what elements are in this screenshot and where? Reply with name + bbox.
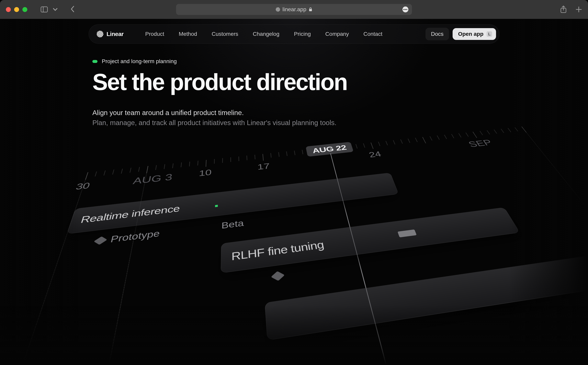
site-header: Linear Product Method Customers Changelo… xyxy=(89,24,499,44)
month-label-sep: SEP xyxy=(466,138,494,149)
gridline xyxy=(521,127,588,347)
day-label: 17 xyxy=(257,161,270,171)
nav-changelog[interactable]: Changelog xyxy=(253,31,279,37)
timeline-ruler: 30 AUG 3 10 17 24 SEP xyxy=(21,126,532,180)
bar-label: Realtime inference xyxy=(79,203,180,225)
url-host: linear.app xyxy=(282,6,306,13)
milestone-prototype: Prototype xyxy=(95,228,161,246)
reader-ellipsis-icon[interactable]: ••• xyxy=(403,7,408,12)
keyboard-shortcut-badge: L xyxy=(487,31,492,37)
day-label: 30 xyxy=(75,181,91,191)
browser-chrome: linear.app ••• xyxy=(0,0,588,19)
fullscreen-window-icon[interactable] xyxy=(22,7,27,12)
nav-pricing[interactable]: Pricing xyxy=(294,31,311,37)
open-app-label: Open app xyxy=(458,31,484,37)
hero-rest: Plan, manage, and track all product init… xyxy=(92,119,336,126)
milestone-marker-green xyxy=(215,199,218,209)
eyebrow-text: Project and long-term planning xyxy=(102,58,177,64)
milestone-marker xyxy=(273,272,283,281)
timeline-plane: 30 AUG 3 10 17 24 SEP AUG 22 Realtime in… xyxy=(0,126,588,365)
share-icon[interactable] xyxy=(560,6,567,13)
window-controls xyxy=(6,7,27,12)
docs-button[interactable]: Docs xyxy=(425,28,449,40)
url-bar[interactable]: linear.app ••• xyxy=(176,4,412,15)
nav-contact[interactable]: Contact xyxy=(363,31,383,37)
timeline-illustration: 30 AUG 3 10 17 24 SEP AUG 22 Realtime in… xyxy=(39,151,549,365)
now-date-pill: AUG 22 xyxy=(306,142,354,157)
page-title: Set the product direction xyxy=(92,70,348,94)
day-label: 24 xyxy=(368,150,383,159)
back-button[interactable] xyxy=(70,6,75,13)
site-identity-icon xyxy=(276,7,280,12)
open-app-button[interactable]: Open app L xyxy=(453,28,496,40)
nav-company[interactable]: Company xyxy=(325,31,349,37)
day-label: 10 xyxy=(198,168,212,178)
nav-product[interactable]: Product xyxy=(145,31,164,37)
bar-label: RLHF fine tuning xyxy=(231,238,325,263)
eyebrow-pill-icon xyxy=(92,60,97,63)
hero-description: Align your team around a unified product… xyxy=(92,108,348,128)
new-tab-icon[interactable] xyxy=(575,6,582,13)
header-actions: Docs Open app L xyxy=(425,28,496,40)
hero-lead: Align your team around a unified product… xyxy=(92,109,244,116)
svg-rect-0 xyxy=(41,7,48,12)
milestone-beta: Beta xyxy=(221,218,244,231)
timeline-bar-empty xyxy=(265,255,588,340)
month-label-aug: AUG 3 xyxy=(132,172,173,186)
milestone-label: Beta xyxy=(221,218,244,231)
main-nav: Product Method Customers Changelog Prici… xyxy=(145,31,383,37)
gridline xyxy=(0,172,88,365)
sidebar-icon xyxy=(41,7,48,12)
brand[interactable]: Linear xyxy=(97,31,124,37)
diamond-icon xyxy=(94,236,107,245)
eyebrow: Project and long-term planning xyxy=(92,58,348,64)
sidebar-toggle[interactable] xyxy=(41,7,59,12)
chevron-down-icon xyxy=(52,7,59,12)
diamond-icon xyxy=(271,271,285,281)
gridline xyxy=(91,166,148,365)
page: Linear Product Method Customers Changelo… xyxy=(0,19,588,365)
timeline-bar-rlhf-fine-tuning: RLHF fine tuning xyxy=(221,207,520,273)
hero: Project and long-term planning Set the p… xyxy=(92,58,348,128)
nav-customers[interactable]: Customers xyxy=(212,31,238,37)
chevron-left-icon xyxy=(70,6,75,13)
lock-icon xyxy=(309,7,312,12)
linear-logo-icon xyxy=(97,31,103,37)
minimize-window-icon[interactable] xyxy=(14,7,19,12)
browser-actions xyxy=(560,6,582,13)
svg-rect-2 xyxy=(309,9,312,11)
diamond-trio-icon xyxy=(399,230,417,237)
close-window-icon[interactable] xyxy=(6,7,11,12)
brand-name: Linear xyxy=(107,31,124,37)
nav-method[interactable]: Method xyxy=(179,31,197,37)
